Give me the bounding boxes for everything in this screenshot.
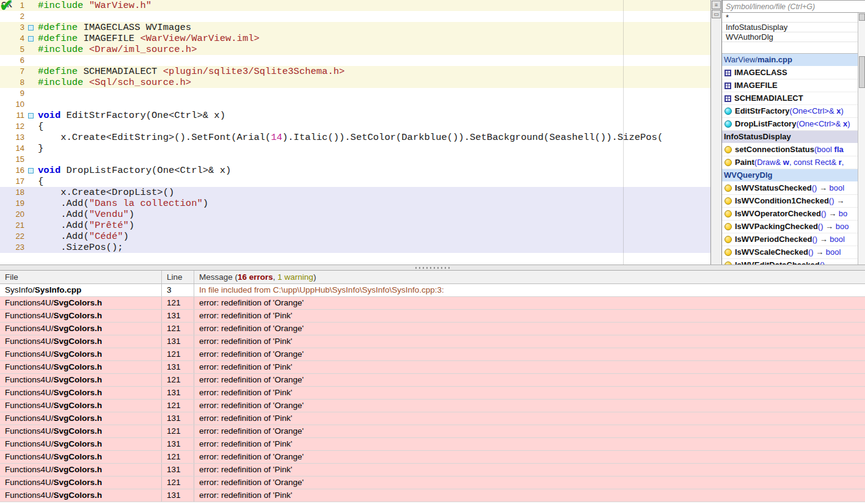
navigator-item[interactable]: IsWVStatusChecked() → bool (722, 182, 858, 195)
code-line[interactable]: 17{ (0, 176, 710, 187)
scroll-thumb[interactable] (859, 13, 865, 21)
navigator-item[interactable]: WarView/main.cpp (722, 54, 858, 67)
recent-symbol-item[interactable]: InfoStatusDisplay (722, 23, 858, 32)
navigator-item[interactable]: Paint(Draw& w, const Rect& r, (722, 156, 858, 169)
line-number[interactable]: 13 (0, 132, 26, 143)
navigator-item[interactable]: IMAGECLASS (722, 67, 858, 79)
error-row[interactable]: Functions4U/SvgColors.h121error: redefin… (0, 348, 865, 361)
error-count-badge: 16 errors (238, 272, 273, 282)
column-header-message[interactable]: Message (16 errors, 1 warning) (194, 271, 865, 283)
navigator-item[interactable]: IsWVOperatorChecked() → bo (722, 208, 858, 221)
code-line[interactable]: 4#define IMAGEFILE <WarView/WarView.iml> (0, 33, 710, 44)
line-number[interactable]: 9 (0, 88, 26, 99)
line-number[interactable]: 14 (0, 143, 26, 154)
scrollbar-top-button-icon[interactable]: ≡ (712, 1, 721, 9)
navigator-item[interactable]: SCHEMADIALECT (722, 92, 858, 105)
error-line-cell: 121 (162, 374, 194, 386)
gutter-spacer (26, 132, 38, 143)
navigator-item[interactable]: IsWVPackingChecked() → boo (722, 221, 858, 233)
line-number[interactable]: 22 (0, 231, 26, 242)
editor-scrollbar[interactable]: ≡ ▭ (710, 0, 721, 265)
error-row[interactable]: Functions4U/SvgColors.h121error: redefin… (0, 477, 865, 489)
code-line[interactable]: 14} (0, 143, 710, 154)
column-header-file[interactable]: File (0, 271, 162, 283)
line-number[interactable]: 5 (0, 44, 26, 55)
code-line[interactable]: 2 (0, 11, 710, 22)
navigator-item[interactable]: IsWVEditDataChecked() (722, 259, 858, 265)
error-row[interactable]: Functions4U/SvgColors.h121error: redefin… (0, 425, 865, 438)
code-line[interactable]: 22 .Add("Cédé") (0, 231, 710, 242)
navigator-item[interactable]: IMAGEFILE (722, 79, 858, 92)
navigator-item[interactable]: IsWVScaleChecked() → bool (722, 246, 858, 259)
horizontal-splitter[interactable] (0, 265, 865, 271)
code-line[interactable]: 7#define SCHEMADIALECT <plugin/sqlite3/S… (0, 66, 710, 77)
line-number[interactable]: 21 (0, 220, 26, 231)
line-number[interactable]: 11 (0, 110, 26, 121)
code-line[interactable]: 20 .Add("Vendu") (0, 209, 710, 220)
scroll-thumb[interactable] (859, 56, 865, 88)
navigator-item[interactable]: InfoStatusDisplay (722, 131, 858, 144)
code-line[interactable]: 6 (0, 55, 710, 66)
code-line[interactable]: 10 (0, 99, 710, 110)
navigator-item[interactable]: WVQueryDlg (722, 169, 858, 182)
line-number[interactable]: 6 (0, 55, 26, 66)
note-row[interactable]: SysInfo/SysInfo.cpp3In file included fro… (0, 284, 865, 297)
error-row[interactable]: Functions4U/SvgColors.h131error: redefin… (0, 361, 865, 374)
code-line[interactable]: 19 .Add("Dans la collection") (0, 198, 710, 209)
line-number[interactable]: 3 (0, 22, 26, 33)
code-line[interactable]: 23 .SizePos(); (0, 242, 710, 253)
code-line[interactable]: 13 x.Create<EditString>().SetFont(Arial(… (0, 132, 710, 143)
code-line[interactable]: 11void EditStrFactory(One<Ctrl>& x) (0, 110, 710, 121)
line-number[interactable]: 20 (0, 209, 26, 220)
code-line[interactable]: 21 .Add("Prêté") (0, 220, 710, 231)
line-number[interactable]: 19 (0, 198, 26, 209)
line-number[interactable]: 15 (0, 154, 26, 165)
error-row[interactable]: Functions4U/SvgColors.h131error: redefin… (0, 310, 865, 323)
error-row[interactable]: Functions4U/SvgColors.h131error: redefin… (0, 412, 865, 425)
error-file-cell: Functions4U/SvgColors.h (0, 400, 162, 412)
line-number[interactable]: 7 (0, 66, 26, 77)
error-row[interactable]: Functions4U/SvgColors.h131error: redefin… (0, 464, 865, 477)
navigator-item[interactable]: IsWVPeriodChecked() → bool (722, 233, 858, 246)
line-number[interactable]: 23 (0, 242, 26, 253)
line-number[interactable]: 10 (0, 99, 26, 110)
code-line[interactable]: 16void DropListFactory(One<Ctrl>& x) (0, 165, 710, 176)
code-line[interactable]: 8#include <Sql/sch_source.h> (0, 77, 710, 88)
error-row[interactable]: Functions4U/SvgColors.h121error: redefin… (0, 451, 865, 464)
navigator-scrollbar[interactable] (858, 54, 865, 265)
navigator-item[interactable]: setConnectionStatus(bool fla (722, 144, 858, 156)
scrollbar-annotation-button-icon[interactable]: ▭ (712, 10, 721, 18)
splitter-grip-icon[interactable] (415, 267, 450, 269)
code-line[interactable]: 3#define IMAGECLASS WVImages (0, 22, 710, 33)
navigator-item[interactable]: EditStrFactory(One<Ctrl>& x) (722, 105, 858, 118)
recent-symbol-item[interactable]: WVAuthorDlg (722, 32, 858, 42)
error-row[interactable]: Functions4U/SvgColors.h131error: redefin… (0, 387, 865, 400)
column-header-line[interactable]: Line (162, 271, 194, 283)
line-number[interactable]: 17 (0, 176, 26, 187)
error-row[interactable]: Functions4U/SvgColors.h121error: redefin… (0, 374, 865, 387)
symbol-search-input[interactable] (722, 0, 865, 13)
code-line[interactable]: 1#include "WarView.h" (0, 0, 710, 11)
protected-method-icon (724, 197, 732, 205)
code-line[interactable]: 15 (0, 154, 710, 165)
line-number[interactable]: 18 (0, 187, 26, 198)
line-number[interactable]: 16 (0, 165, 26, 176)
code-line[interactable]: 5#include <Draw/iml_source.h> (0, 44, 710, 55)
error-row[interactable]: Functions4U/SvgColors.h131error: redefin… (0, 335, 865, 348)
recent-list-scrollbar[interactable] (858, 13, 865, 54)
navigator-item[interactable]: IsWVCondition1Checked() → (722, 195, 858, 208)
navigator-item[interactable]: DropListFactory(One<Ctrl>& x) (722, 118, 858, 131)
line-number[interactable]: 4 (0, 33, 26, 44)
error-row[interactable]: Functions4U/SvgColors.h121error: redefin… (0, 400, 865, 412)
error-row[interactable]: Functions4U/SvgColors.h131error: redefin… (0, 438, 865, 451)
error-row[interactable]: Functions4U/SvgColors.h121error: redefin… (0, 297, 865, 310)
code-line[interactable]: 12{ (0, 121, 710, 132)
error-row[interactable]: Functions4U/SvgColors.h131error: redefin… (0, 489, 865, 502)
code-line[interactable]: 18 x.Create<DropList>() (0, 187, 710, 198)
recent-symbol-item[interactable]: * (722, 13, 858, 23)
code-line[interactable]: 9 (0, 88, 710, 99)
line-number[interactable]: 12 (0, 121, 26, 132)
error-row[interactable]: Functions4U/SvgColors.h121error: redefin… (0, 323, 865, 335)
code-editor[interactable]: 1#include "WarView.h"23#define IMAGECLAS… (0, 0, 710, 265)
line-number[interactable]: 8 (0, 77, 26, 88)
